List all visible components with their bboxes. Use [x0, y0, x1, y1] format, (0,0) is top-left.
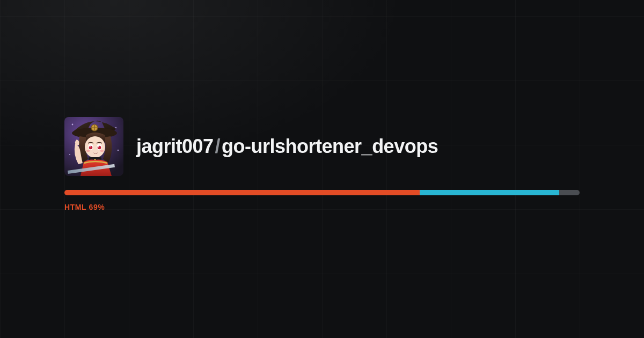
repo-title: jagrit007/go-urlshortener_devops — [136, 135, 438, 157]
language-segment-html — [64, 190, 420, 195]
language-segment-go — [420, 190, 559, 195]
svg-point-11 — [98, 146, 101, 150]
primary-language-label: HTML 69% — [64, 203, 580, 211]
svg-point-12 — [90, 146, 91, 148]
avatar-image-icon — [64, 117, 123, 176]
svg-point-15 — [100, 150, 104, 152]
language-bar — [64, 190, 580, 195]
svg-point-10 — [89, 146, 93, 150]
repo-owner: jagrit007 — [136, 135, 214, 157]
repo-card: jagrit007/go-urlshortener_devops HTML 69… — [64, 117, 580, 211]
svg-point-4 — [69, 154, 70, 155]
svg-point-13 — [98, 146, 99, 148]
svg-point-3 — [118, 150, 119, 151]
header-row: jagrit007/go-urlshortener_devops — [64, 117, 580, 176]
svg-point-14 — [86, 150, 90, 152]
svg-point-2 — [115, 127, 116, 128]
svg-point-7 — [85, 136, 105, 158]
repo-separator: / — [214, 135, 222, 157]
language-segment-other — [559, 190, 580, 195]
repo-name: go-urlshortener_devops — [222, 135, 438, 157]
svg-point-1 — [72, 124, 74, 126]
avatar — [64, 117, 123, 176]
